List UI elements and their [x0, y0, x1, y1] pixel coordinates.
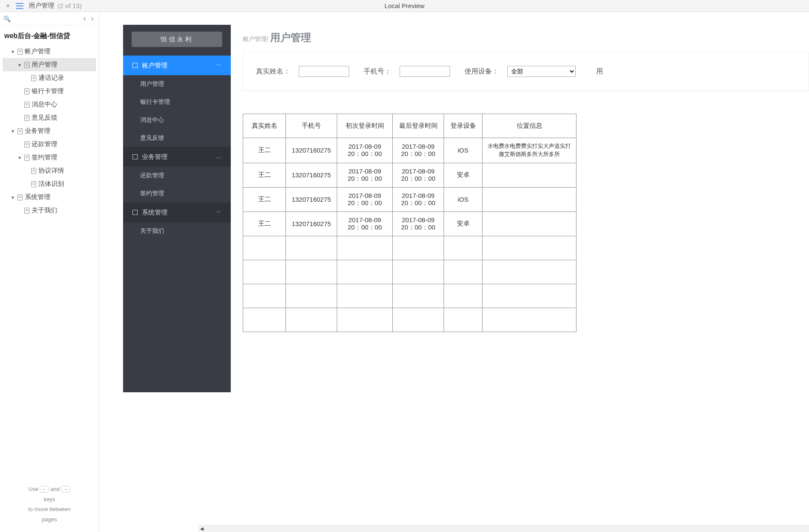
outline-item[interactable]: ▾帐户管理: [3, 45, 96, 58]
outline-item[interactable]: 关于我们: [3, 204, 96, 217]
preview-area: 恒信永利 账户管理﹀用户管理银行卡管理消息中心意见反馈业务管理︿还款管理签约管理…: [99, 12, 809, 532]
chevron-icon: ﹀: [216, 209, 221, 216]
table-cell: 2017-08-09 20：00：00: [337, 163, 393, 187]
table-cell: [393, 260, 444, 284]
table-header: 手机号: [286, 114, 337, 138]
table-cell: [444, 260, 482, 284]
breadcrumb: 账户管理/ 用户管理: [243, 25, 809, 52]
table-cell: 13207160275: [286, 187, 337, 212]
table-header: 位置信息: [482, 114, 577, 138]
outline-footer: Use ← and → keys to move between pages: [0, 481, 99, 532]
outline-item-label: 签约管理: [32, 153, 57, 162]
table-cell: iOS: [444, 138, 482, 163]
table-cell: [243, 260, 286, 284]
table-cell: 13207160275: [286, 212, 337, 236]
submenu-item[interactable]: 签约管理: [123, 185, 231, 203]
outline-item-label: 帐户管理: [25, 47, 50, 56]
hamburger-icon[interactable]: [16, 3, 24, 9]
page-icon: [24, 62, 29, 68]
submenu-item[interactable]: 银行卡管理: [123, 93, 231, 111]
table-cell: 2017-08-09 20：00：00: [393, 212, 444, 236]
filter-edge-label: 用: [596, 67, 603, 76]
prev-page-icon[interactable]: ‹: [82, 14, 88, 23]
table-header: 真实姓名: [243, 114, 286, 138]
brand-button[interactable]: 恒信永利: [132, 32, 222, 47]
left-keycap-icon: ←: [40, 486, 49, 493]
square-icon: [132, 63, 138, 68]
table-row: 王二132071602752017-08-09 20：00：002017-08-…: [243, 187, 577, 212]
filter-card: 真实姓名： 手机号： 使用设备： 全部 用: [243, 52, 809, 91]
table-cell: [393, 236, 444, 260]
square-icon: [132, 154, 138, 159]
submenu-item[interactable]: 用户管理: [123, 75, 231, 93]
table-cell: [482, 163, 577, 187]
filter-name-input[interactable]: [299, 66, 349, 77]
outline-item-label: 通话记录: [38, 74, 64, 82]
table-cell: [337, 236, 393, 260]
page-icon: [24, 102, 29, 108]
outline-item-label: 意见反馈: [32, 114, 57, 122]
footer-pages: pages: [0, 514, 99, 524]
page-icon: [18, 49, 23, 55]
footer-keys: keys: [0, 494, 99, 504]
outline-item-label: 业务管理: [25, 127, 50, 135]
table-cell: 2017-08-09 20：00：00: [393, 187, 444, 212]
page-icon: [24, 88, 29, 94]
menu-header[interactable]: 系统管理﹀: [123, 203, 231, 222]
table-cell: [286, 236, 337, 260]
outline-tree: web后台-金融-恒信贷 ▾帐户管理▾用户管理通话记录银行卡管理消息中心意见反馈…: [0, 26, 99, 481]
close-icon[interactable]: ×: [3, 2, 12, 10]
table-cell: [393, 284, 444, 308]
app-content: 账户管理/ 用户管理 真实姓名： 手机号： 使用设备： 全部: [231, 25, 809, 332]
caret-down-icon: ▾: [17, 62, 22, 68]
horizontal-scrollbar[interactable]: ◀: [198, 525, 809, 532]
table-cell: [337, 284, 393, 308]
filter-phone-input[interactable]: [400, 66, 450, 77]
outline-item[interactable]: 活体识别: [3, 177, 96, 191]
chevron-icon: ﹀: [216, 62, 221, 69]
table-row: [243, 284, 577, 308]
submenu-item[interactable]: 意见反馈: [123, 129, 231, 147]
right-keycap-icon: →: [61, 486, 70, 493]
table-cell: [444, 236, 482, 260]
filter-device-label: 使用设备：: [465, 67, 499, 76]
submenu-item[interactable]: 关于我们: [123, 222, 231, 240]
table-header: 登录设备: [444, 114, 482, 138]
outline-item[interactable]: 意见反馈: [3, 111, 96, 124]
menu-header[interactable]: 业务管理︿: [123, 147, 231, 167]
table-cell: 王二: [243, 212, 286, 236]
submenu-item[interactable]: 还款管理: [123, 167, 231, 185]
submenu-item[interactable]: 消息中心: [123, 111, 231, 129]
outline-item-label: 消息中心: [32, 100, 57, 109]
table-row: [243, 236, 577, 260]
table-cell: [482, 236, 577, 260]
outline-item[interactable]: ▾系统管理: [3, 191, 96, 204]
outline-item[interactable]: 消息中心: [3, 98, 96, 111]
table-cell: [444, 308, 482, 332]
outline-item[interactable]: 协议详情: [3, 164, 96, 177]
footer-use: Use: [29, 486, 38, 492]
caret-down-icon: ▾: [10, 128, 15, 134]
table-cell: [243, 308, 286, 332]
footer-and: and: [50, 486, 60, 492]
scroll-left-icon[interactable]: ◀: [198, 526, 205, 532]
search-icon[interactable]: 🔍: [3, 15, 11, 22]
filter-name-label: 真实姓名：: [256, 67, 290, 76]
menu-header[interactable]: 账户管理﹀: [123, 56, 231, 75]
outline-item[interactable]: 还款管理: [3, 138, 96, 151]
outline-item[interactable]: 银行卡管理: [3, 85, 96, 98]
table-row: 王二132071602752017-08-09 20：00：002017-08-…: [243, 212, 577, 236]
table-cell: [482, 308, 577, 332]
outline-item[interactable]: 通话记录: [3, 71, 96, 85]
filter-device-select[interactable]: 全部: [507, 66, 576, 77]
breadcrumb-parent: 账户管理/: [243, 35, 268, 43]
next-page-icon[interactable]: ›: [89, 14, 95, 23]
outline-item[interactable]: ▾签约管理: [3, 151, 96, 164]
outline-item[interactable]: ▾业务管理: [3, 124, 96, 138]
outline-item-label: 银行卡管理: [32, 87, 64, 95]
outline-item[interactable]: ▾用户管理: [3, 58, 96, 71]
editor-topbar: × 用户管理 (2 of 13) Local Preview: [0, 0, 809, 12]
app-sidebar: 恒信永利 账户管理﹀用户管理银行卡管理消息中心意见反馈业务管理︿还款管理签约管理…: [123, 25, 231, 392]
table-header: 最后登录时间: [393, 114, 444, 138]
page-icon: [24, 208, 29, 214]
